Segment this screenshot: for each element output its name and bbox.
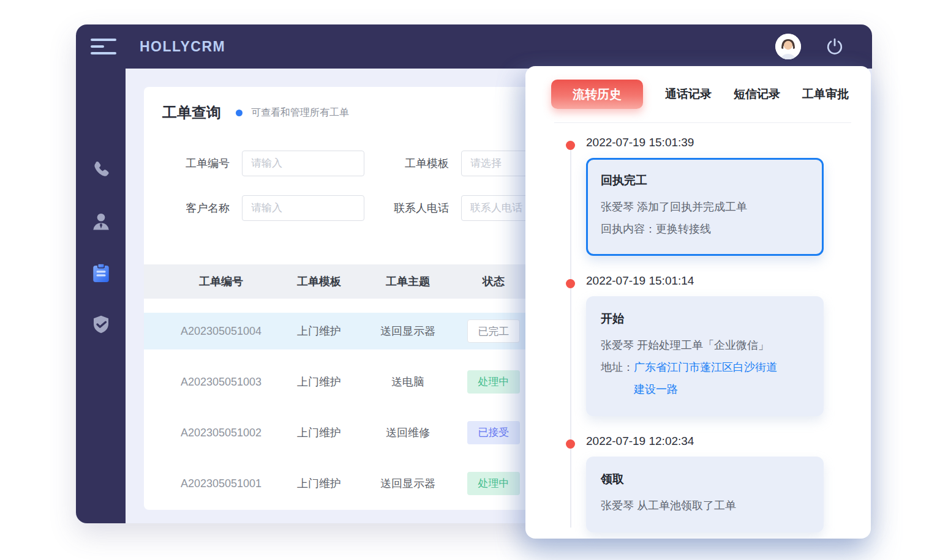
tab-sms-records[interactable]: 短信记录 — [734, 86, 780, 102]
field-label-template: 工单模板 — [375, 156, 449, 171]
topbar-actions — [775, 34, 872, 59]
page-header: 工单查询 可查看和管理所有工单 — [162, 103, 349, 122]
tab-call-records[interactable]: 通话记录 — [665, 86, 712, 102]
customer-name-input[interactable] — [242, 195, 364, 221]
detail-tabs: 流转历史 通话记录 短信记录 工单审批 — [551, 80, 849, 109]
tab-circulation-history[interactable]: 流转历史 — [551, 80, 643, 109]
timeline-entry: 2022-07-19 12:02:34 领取 张爱琴 从工单池领取了工单 — [525, 435, 871, 532]
column-header-template: 工单模板 — [276, 274, 362, 289]
timeline-card-text: 张爱琴 添加了回执并完成工单 — [601, 196, 809, 218]
status-badge: 已完工 — [467, 319, 520, 343]
timeline-timestamp: 2022-07-19 12:02:34 — [586, 435, 871, 448]
customer-icon — [90, 211, 112, 233]
timeline-entry: 2022-07-19 15:01:39 回执完工 张爱琴 添加了回执并完成工单回… — [525, 136, 871, 256]
circulation-timeline: 2022-07-19 15:01:39 回执完工 张爱琴 添加了回执并完成工单回… — [525, 122, 871, 539]
timeline-card-text: 张爱琴 从工单池领取了工单 — [601, 495, 809, 517]
work-order-clipboard-icon — [90, 262, 112, 284]
timeline-timestamp: 2022-07-19 15:01:14 — [586, 274, 871, 288]
sidebar-item-customers[interactable] — [89, 209, 113, 234]
timeline-entry: 2022-07-19 15:01:14 开始 张爱琴 开始处理工单「企业微信」地… — [525, 274, 871, 416]
column-header-status: 状态 — [454, 274, 533, 289]
timeline-card-text: 地址：广东省江门市蓬江区白沙街道建设一路 — [601, 356, 809, 400]
sidebar-item-work-orders[interactable] — [89, 261, 113, 285]
timeline-card-text: 张爱琴 开始处理工单「企业微信」 — [601, 334, 809, 356]
timeline-dot-icon — [566, 439, 575, 449]
page-subtitle: 可查看和管理所有工单 — [251, 106, 349, 119]
field-label-order-id: 工单编号 — [173, 156, 230, 171]
avatar-illustration — [775, 34, 801, 59]
timeline-dot-icon — [566, 279, 575, 288]
column-header-subject: 工单主题 — [362, 274, 454, 289]
field-label-contact-phone: 联系人电话 — [375, 201, 449, 215]
timeline-card-title: 回执完工 — [601, 173, 809, 189]
phone-icon — [90, 159, 112, 181]
timeline-card[interactable]: 开始 张爱琴 开始处理工单「企业微信」地址：广东省江门市蓬江区白沙街道建设一路 — [586, 296, 824, 416]
screenshot-stage: HOLLYCRM — [0, 0, 929, 560]
shield-check-icon — [90, 313, 112, 335]
sidebar — [76, 69, 126, 523]
sidebar-item-phone[interactable] — [89, 158, 113, 182]
timeline-card-title: 领取 — [601, 471, 809, 487]
sidebar-item-security[interactable] — [89, 312, 113, 337]
timeline-card-title: 开始 — [601, 311, 809, 327]
top-bar: HOLLYCRM — [76, 24, 872, 69]
address-label: 地址： — [601, 356, 634, 378]
address-link[interactable]: 广东省江门市蓬江区白沙街道建设一路 — [634, 356, 787, 400]
user-avatar[interactable] — [775, 34, 801, 59]
field-label-customer: 客户名称 — [173, 201, 230, 215]
work-order-detail-panel: 流转历史 通话记录 短信记录 工单审批 2022-07-19 15:01:39 … — [525, 66, 871, 539]
timeline-card[interactable]: 回执完工 张爱琴 添加了回执并完成工单回执内容：更换转接线 — [586, 158, 824, 256]
order-id-input[interactable] — [242, 151, 364, 176]
timeline-timestamp: 2022-07-19 15:01:39 — [586, 136, 871, 149]
tab-approval[interactable]: 工单审批 — [802, 86, 849, 102]
brand-logo: HOLLYCRM — [140, 39, 225, 55]
page-title: 工单查询 — [162, 103, 221, 122]
status-badge: 处理中 — [467, 370, 520, 394]
power-icon[interactable] — [826, 37, 844, 56]
hamburger-menu-icon[interactable] — [91, 39, 116, 54]
timeline-dot-icon — [566, 141, 575, 150]
timeline-card[interactable]: 领取 张爱琴 从工单池领取了工单 — [586, 457, 824, 532]
subtitle-dot-icon — [236, 110, 243, 116]
timeline-card-text: 回执内容：更换转接线 — [601, 218, 809, 240]
status-badge: 处理中 — [467, 472, 520, 495]
status-badge: 已接受 — [467, 421, 520, 444]
column-header-order-id: 工单编号 — [166, 274, 276, 289]
